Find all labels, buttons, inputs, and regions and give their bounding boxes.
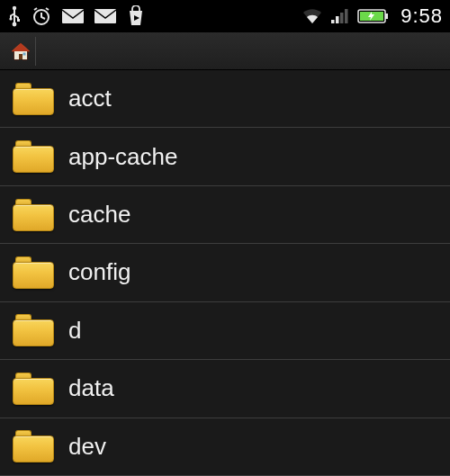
- svg-point-4: [13, 22, 17, 27]
- status-bar: 9:58: [0, 0, 450, 32]
- svg-rect-17: [22, 52, 25, 55]
- folder-name: cache: [68, 201, 130, 229]
- svg-rect-9: [336, 16, 339, 23]
- svg-point-2: [9, 17, 12, 20]
- clock-text: 9:58: [400, 4, 443, 28]
- list-item[interactable]: dev: [0, 418, 450, 476]
- svg-rect-6: [62, 9, 84, 23]
- svg-rect-3: [17, 19, 20, 22]
- folder-icon: [13, 314, 54, 346]
- list-item[interactable]: acct: [0, 70, 450, 128]
- usb-icon: [7, 5, 22, 27]
- svg-rect-11: [345, 9, 348, 23]
- folder-icon: [13, 83, 54, 115]
- mail-icon: [94, 7, 117, 25]
- folder-icon: [13, 199, 54, 231]
- folder-name: app-cache: [68, 143, 177, 171]
- svg-rect-13: [385, 13, 388, 19]
- mail-icon: [61, 7, 85, 25]
- folder-name: d: [68, 317, 81, 345]
- battery-icon: [357, 8, 390, 24]
- folder-icon: [13, 373, 54, 405]
- folder-list[interactable]: acct app-cache cache config d data dev: [0, 70, 450, 476]
- folder-icon: [13, 256, 54, 289]
- folder-name: config: [68, 258, 130, 286]
- alarm-icon: [31, 5, 52, 27]
- signal-icon: [330, 7, 350, 25]
- list-item[interactable]: cache: [0, 186, 450, 244]
- path-toolbar: [0, 32, 450, 70]
- svg-rect-8: [331, 20, 335, 23]
- list-item[interactable]: config: [0, 244, 450, 301]
- status-right: 9:58: [302, 4, 443, 28]
- folder-name: dev: [68, 433, 106, 461]
- folder-icon: [13, 140, 54, 173]
- home-button[interactable]: [5, 37, 36, 66]
- list-item[interactable]: d: [0, 302, 450, 360]
- folder-name: acct: [68, 85, 112, 112]
- list-item[interactable]: data: [0, 360, 450, 418]
- folder-icon: [13, 430, 54, 463]
- svg-rect-16: [19, 54, 22, 59]
- wifi-icon: [302, 7, 323, 25]
- play-store-icon: [126, 5, 146, 27]
- svg-rect-7: [94, 9, 116, 23]
- svg-rect-10: [340, 13, 344, 23]
- status-left: [7, 5, 146, 27]
- list-item[interactable]: app-cache: [0, 128, 450, 185]
- folder-name: data: [68, 374, 114, 402]
